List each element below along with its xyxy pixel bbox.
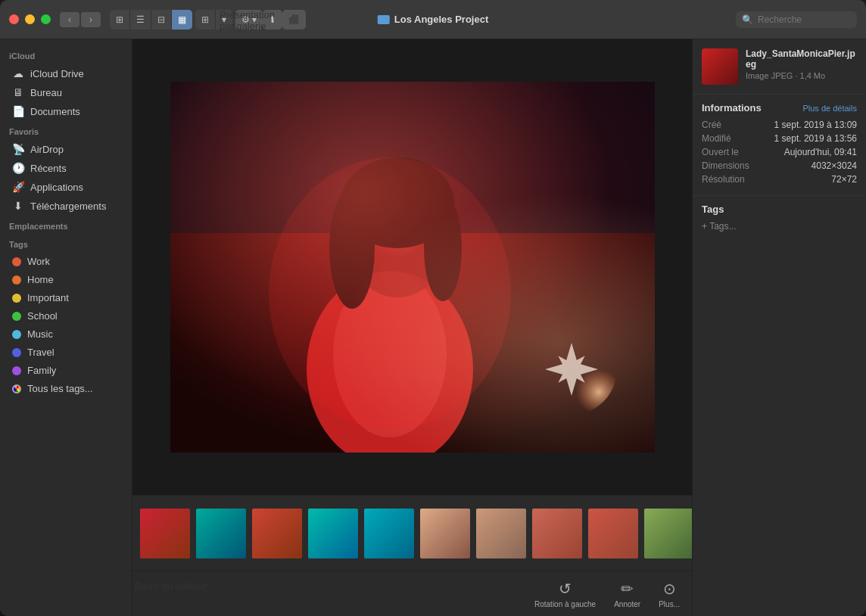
sidebar-item-label: School (27, 310, 58, 322)
rotate-left-button[interactable]: ↺ Rotation à gauche (534, 580, 596, 608)
icon-view-icon: ⊞ (116, 14, 123, 25)
sidebar-item-bureau[interactable]: 🖥 Bureau (3, 83, 129, 101)
thumbnail-strip (132, 495, 692, 571)
svg-point-5 (341, 157, 454, 248)
thumbnail-7[interactable] (475, 507, 528, 560)
thumbnail-5[interactable] (363, 507, 416, 560)
more-label: Plus... (659, 600, 680, 608)
travel-tag-dot (12, 348, 21, 357)
sidebar-item-label: Work (27, 256, 50, 267)
list-view-button[interactable]: ☰ (130, 10, 151, 30)
more-details-link[interactable]: Plus de détails (802, 104, 857, 113)
info-key-dimensions: Dimensions (702, 160, 749, 171)
minimize-button[interactable] (25, 14, 35, 24)
sidebar-item-documents[interactable]: 📄 Documents (3, 102, 129, 120)
nav-back-button[interactable]: ‹ (60, 12, 79, 27)
sidebar-item-label: Documents (30, 106, 80, 117)
thumbnail-8[interactable] (531, 507, 584, 560)
sidebar-item-home[interactable]: Home (3, 271, 129, 288)
sidebar-item-label: iCloud Drive (30, 68, 84, 79)
svg-point-9 (526, 324, 617, 415)
search-bar[interactable]: 🔍 (736, 11, 857, 28)
group-button[interactable]: ⊞ (195, 10, 216, 30)
sidebar-item-important[interactable]: Important (3, 289, 129, 306)
file-type: Image JPEG · 1,4 Mo (746, 71, 857, 80)
action-button[interactable]: ⚙ ▾ (235, 10, 263, 30)
work-tag-dot (12, 257, 21, 266)
main-area: iCloud ☁ iCloud Drive 🖥 Bureau 📄 Documen… (0, 39, 866, 616)
main-photo-svg (170, 82, 655, 453)
column-view-button[interactable]: ⊟ (151, 10, 172, 30)
titlebar: ‹ › ⊞ ☰ ⊟ ▦ ⊞ ▾ (0, 0, 866, 39)
right-panel: Lady_SantaMonicaPier.jpeg Image JPEG · 1… (692, 39, 866, 616)
bureau-icon: 🖥 (12, 86, 24, 98)
info-val-modified: 1 sept. 2019 à 13:56 (774, 133, 857, 144)
sidebar-item-work[interactable]: Work (3, 253, 129, 270)
column-view-icon: ⊟ (157, 14, 165, 25)
downloads-icon: ⬇ (12, 200, 24, 212)
thumbnail-10[interactable] (643, 507, 692, 560)
svg-marker-11 (544, 343, 598, 397)
info-key-resolution: Résolution (702, 174, 745, 185)
svg-point-3 (333, 271, 447, 437)
sidebar-item-telechargements[interactable]: ⬇ Téléchargements (3, 197, 129, 215)
recents-icon: 🕐 (12, 162, 24, 174)
maximize-button[interactable] (41, 14, 51, 24)
thumb-img-8 (532, 509, 582, 558)
sidebar-item-applications[interactable]: 🚀 Applications (3, 178, 129, 196)
thumb-img-6 (420, 509, 470, 558)
airdrop-icon: 📡 (12, 143, 24, 155)
sidebar-item-tous-tags[interactable]: Tous les tags... (3, 380, 129, 397)
thumbnail-6[interactable] (419, 507, 472, 560)
annotate-button[interactable]: ✏ Annoter (614, 580, 640, 608)
sidebar-item-airdrop[interactable]: 📡 AirDrop (3, 140, 129, 158)
tous-tags-dot (12, 384, 21, 394)
file-info: Lady_SantaMonicaPier.jpeg Image JPEG · 1… (746, 48, 857, 80)
info-key-created: Créé (702, 120, 721, 130)
rotate-left-icon: ↺ (559, 580, 572, 598)
sidebar-item-recents[interactable]: 🕐 Récents (3, 159, 129, 177)
info-row-opened: Ouvert le Aujourd'hui, 09:41 (702, 147, 857, 157)
sidebar-item-label: Music (27, 328, 53, 340)
close-button[interactable] (9, 14, 19, 24)
center-content: ↺ Rotation à gauche ✏ Annoter ⊙ Plus... (132, 39, 692, 616)
nav-arrows: ‹ › (60, 12, 101, 27)
thumb-img-7 (476, 509, 526, 558)
group-icon: ⊞ (201, 14, 209, 25)
group-dropdown-button[interactable]: ▾ (216, 10, 232, 30)
gallery-view-button[interactable]: ▦ (172, 10, 192, 30)
finder-window: ‹ › ⊞ ☰ ⊟ ▦ ⊞ ▾ (0, 0, 866, 616)
icon-view-button[interactable]: ⊞ (110, 10, 130, 30)
share-button[interactable]: ⬆ (263, 10, 282, 30)
thumbnail-9[interactable] (587, 507, 640, 560)
thumbnail-3[interactable] (251, 507, 304, 560)
thumbnail-4[interactable] (307, 507, 360, 560)
school-tag-dot (12, 312, 21, 321)
icloud-header: iCloud (0, 45, 132, 64)
search-input[interactable] (758, 14, 849, 25)
more-button[interactable]: ⊙ Plus... (659, 580, 680, 608)
sidebar-item-family[interactable]: Family (3, 362, 129, 379)
sidebar-item-label: Family (27, 365, 56, 376)
thumbnail-1[interactable] (139, 507, 192, 560)
tags-section: Tags + Tags... (693, 196, 866, 239)
sidebar-item-travel[interactable]: Travel (3, 344, 129, 361)
tags-add-button[interactable]: + Tags... (702, 221, 857, 232)
more-icon: ⊙ (663, 580, 676, 598)
group-button-group: ⊞ ▾ (195, 10, 232, 30)
thumb-img-1 (140, 509, 190, 558)
thumbnail-2[interactable] (195, 507, 248, 560)
annotate-icon: ✏ (621, 580, 634, 598)
nav-forward-button[interactable]: › (81, 12, 101, 27)
sidebar-item-music[interactable]: Music (3, 325, 129, 343)
sidebar-item-school[interactable]: School (3, 307, 129, 325)
info-section: Informations Plus de détails Créé 1 sept… (693, 95, 866, 196)
sidebar-item-label: Home (27, 274, 54, 285)
thumb-img-10 (644, 509, 692, 558)
svg-point-4 (344, 169, 450, 297)
sidebar-item-label: Tous les tags... (27, 383, 93, 394)
label-button[interactable]: ⬛ (282, 10, 306, 30)
info-header: Informations Plus de détails (702, 102, 857, 114)
svg-rect-1 (170, 82, 655, 233)
sidebar-item-icloud-drive[interactable]: ☁ iCloud Drive (3, 64, 129, 82)
